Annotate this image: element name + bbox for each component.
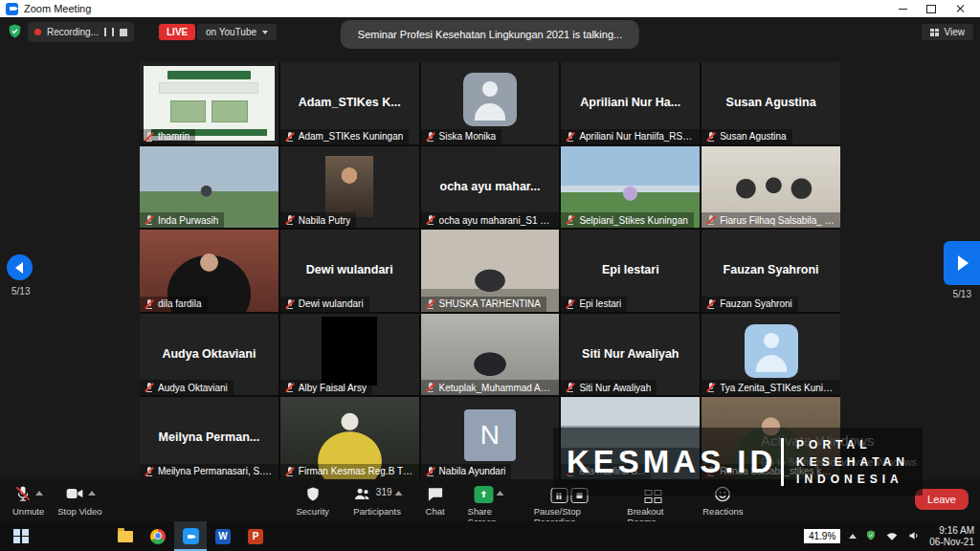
participant-tile[interactable]: Epi lestariEpi lestari: [561, 230, 700, 312]
word-taskbar-icon[interactable]: W: [207, 521, 239, 551]
participant-tile[interactable]: Ronaa Salsabil_stikes kun...: [702, 397, 840, 479]
participant-tile[interactable]: Audya OktavianiAudya Oktaviani: [140, 314, 278, 396]
participant-video-dark: [322, 317, 377, 386]
view-label: View: [945, 27, 966, 37]
recording-label: Recording...: [47, 27, 99, 37]
recording-dot-icon: [34, 29, 41, 35]
participant-label: Firman Kesmas Reg.B Tk.3: [280, 464, 419, 479]
participant-tile[interactable]: Dewi wulandariDewi wulandari: [280, 230, 419, 312]
participant-tile[interactable]: Siti Nur AwaliyahSiti Nur Awaliyah: [561, 314, 700, 396]
security-label: Security: [297, 506, 329, 517]
tray-expand-icon[interactable]: [849, 534, 857, 539]
mic-muted-icon: [565, 214, 575, 226]
participant-label: Susan Agustina: [702, 129, 792, 144]
chevron-up-icon[interactable]: [35, 491, 43, 496]
unmute-button[interactable]: Unmute: [6, 481, 51, 519]
participant-label: Ketuplak_Muhammad Abizard...: [421, 380, 560, 395]
stop-video-button[interactable]: Stop Video: [51, 481, 108, 519]
minimize-button[interactable]: [888, 0, 917, 17]
participant-tile[interactable]: dila fardila: [140, 230, 278, 312]
participant-label-text: Adam_STIKes Kuningan: [299, 131, 404, 142]
participant-label-text: Selpiani_Stikes Kuningan: [579, 215, 687, 226]
volume-icon[interactable]: [907, 528, 921, 545]
start-button[interactable]: [0, 521, 42, 551]
participant-tile[interactable]: Fiarus Filhaq Salsabila_ stik...: [702, 146, 840, 229]
mic-muted-icon: [425, 382, 435, 393]
participant-tile[interactable]: Susan AgustinaSusan Agustina: [702, 62, 840, 144]
participant-tile[interactable]: Siska Monika: [421, 62, 560, 144]
participant-label-text: dila fardila: [158, 298, 202, 309]
participant-label: Ronaa Salsabil_stikes kun...: [702, 464, 840, 479]
participant-tile[interactable]: Selpiani_Stikes Kuningan: [561, 146, 700, 229]
youtube-stream-menu[interactable]: on YouTube: [197, 24, 277, 40]
stop-recording-icon[interactable]: [570, 488, 588, 503]
mic-muted-icon: [705, 382, 716, 393]
participant-label: Dewi wulandari: [280, 297, 369, 312]
participants-label: Participants: [353, 506, 401, 517]
participant-tile[interactable]: ocha ayu mahar...ocha ayu maharani_S1 ke…: [421, 146, 560, 229]
zoom-taskbar-icon[interactable]: [174, 521, 207, 551]
file-explorer-taskbar-icon[interactable]: [109, 521, 142, 551]
pause-recording-icon[interactable]: [104, 28, 114, 36]
tray-shield-icon[interactable]: [865, 528, 877, 545]
participant-tile[interactable]: SHUSKA TARHENTINA: [421, 230, 560, 312]
participant-tile[interactable]: ella marlina S...: [561, 397, 700, 479]
close-button[interactable]: [946, 0, 974, 17]
chrome-taskbar-icon[interactable]: [142, 521, 174, 551]
mic-muted-icon: [144, 466, 154, 477]
chevron-left-icon: [15, 262, 23, 274]
participant-label: Tya Zenita_STIKes Kuningan: [702, 380, 840, 395]
gallery-grid-icon: [930, 29, 939, 36]
participant-tile[interactable]: Adam_STIKes K...Adam_STIKes Kuningan: [280, 62, 419, 144]
participant-label: Inda Purwasih: [140, 212, 224, 228]
participant-tile[interactable]: Inda Purwasih: [140, 146, 278, 229]
participant-label-text: Dewi wulandari: [299, 298, 364, 309]
participant-label: Adam_STIKes Kuningan: [280, 129, 410, 144]
participant-label: Fiarus Filhaq Salsabila_ stik...: [702, 212, 840, 228]
meeting-info-shield-icon[interactable]: [7, 23, 23, 43]
next-page-button[interactable]: [944, 241, 980, 285]
participant-tile[interactable]: Apriliani Nur Ha...Apriliani Nur Haniifa…: [561, 62, 700, 144]
powerpoint-taskbar-icon[interactable]: P: [239, 521, 272, 551]
participant-tile[interactable]: Fauzan SyahroniFauzan Syahroni: [702, 230, 840, 312]
taskbar-clock[interactable]: 9:16 AM 06-Nov-21: [929, 525, 974, 547]
participant-label: Siska Monika: [421, 129, 501, 144]
video-camera-icon: [64, 484, 85, 503]
chevron-up-icon[interactable]: [497, 491, 504, 496]
participant-tile[interactable]: Alby Faisal Arsy: [280, 314, 419, 396]
participant-label-text: Meilyna Permanasari, S.K.M.: [158, 466, 273, 476]
participant-tile[interactable]: Firman Kesmas Reg.B Tk.3: [280, 397, 419, 479]
participant-label: Apriliani Nur Haniifa_RSJD ...: [561, 129, 700, 144]
live-badge: LIVE: [159, 24, 195, 40]
participant-label: Epi lestari: [561, 297, 627, 312]
chevron-up-icon[interactable]: [88, 491, 96, 496]
participant-tile[interactable]: Nabila Putry: [280, 146, 419, 229]
mic-muted-icon: [144, 131, 154, 143]
view-button[interactable]: View: [922, 24, 974, 40]
participant-tile[interactable]: NNabila Ayundari: [421, 397, 560, 479]
participant-tile[interactable]: Ketuplak_Muhammad Abizard...: [421, 314, 560, 396]
avatar-placeholder-icon: [745, 324, 798, 378]
window-title: Zoom Meeting: [24, 3, 91, 14]
battery-percentage[interactable]: 41.9%: [804, 529, 840, 543]
stop-recording-icon[interactable]: [120, 29, 127, 36]
recording-indicator: Recording...: [28, 22, 134, 42]
participant-tile[interactable]: thamrin: [140, 62, 278, 144]
chat-bubble-icon: [426, 485, 444, 503]
chevron-up-icon[interactable]: [395, 491, 403, 496]
leave-button[interactable]: Leave: [915, 489, 969, 510]
share-screen-icon: [475, 486, 494, 503]
participant-label-text: Ronaa Salsabil_stikes kun...: [720, 466, 835, 476]
pause-recording-icon[interactable]: [550, 488, 568, 503]
shield-icon: [304, 485, 321, 503]
participant-tile[interactable]: Tya Zenita_STIKes Kuningan: [702, 314, 840, 396]
network-icon[interactable]: [885, 528, 899, 545]
participant-tile[interactable]: Meilyna Perman...Meilyna Permanasari, S.…: [140, 397, 278, 479]
maximize-button[interactable]: [917, 0, 946, 17]
participant-label: Meilyna Permanasari, S.K.M.: [140, 464, 278, 479]
participant-label-text: ella marlina S...: [579, 466, 645, 476]
previous-page-button[interactable]: [7, 254, 33, 280]
mic-muted-icon: [425, 298, 435, 310]
participant-label: Audya Oktaviani: [140, 380, 234, 395]
breakout-rooms-icon: [645, 490, 662, 503]
